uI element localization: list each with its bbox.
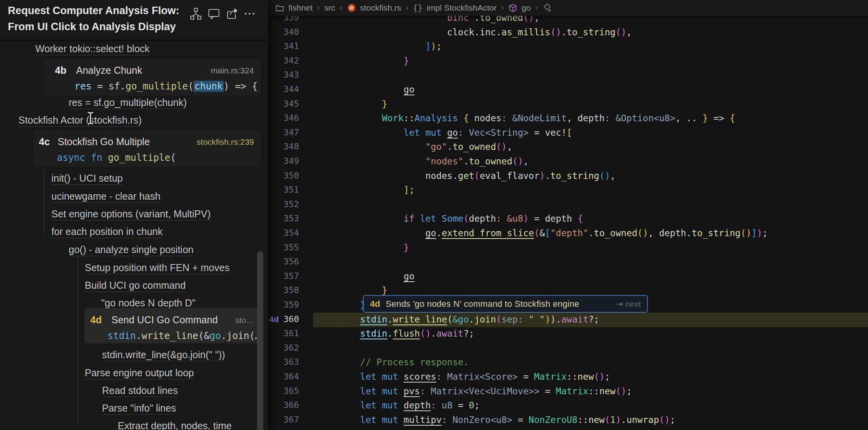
flow-step[interactable]: Parse engine output loop bbox=[85, 367, 194, 379]
line-number[interactable]: 349 bbox=[275, 156, 299, 166]
flow-step[interactable]: Setup position with FEN + moves bbox=[85, 262, 230, 273]
code-token: . bbox=[545, 171, 551, 181]
flow-step[interactable]: Build UCI go command bbox=[85, 280, 186, 291]
breadcrumb-separator: › bbox=[534, 3, 538, 13]
line-number[interactable]: 356 bbox=[275, 257, 299, 266]
file-reference[interactable]: main.rs:324 bbox=[211, 66, 254, 75]
code-token: Analysis bbox=[414, 113, 458, 123]
line-number[interactable]: 345 bbox=[275, 99, 299, 109]
code-token: . bbox=[621, 415, 627, 425]
breadcrumb-item[interactable]: src bbox=[324, 3, 335, 13]
line-number[interactable]: 354 bbox=[275, 228, 299, 238]
svg-text:R: R bbox=[350, 5, 354, 11]
code-token: depth bbox=[545, 213, 578, 224]
line-number[interactable]: 353 bbox=[275, 213, 299, 223]
method-icon bbox=[508, 3, 518, 13]
line-number[interactable]: 351 bbox=[275, 185, 299, 195]
flow-step[interactable]: for each position in chunk bbox=[51, 226, 163, 237]
code-token bbox=[398, 400, 404, 410]
code-token: stdin bbox=[360, 314, 387, 324]
code-token: () bbox=[496, 142, 507, 152]
line-number[interactable]: 358 bbox=[275, 285, 299, 295]
line-number[interactable]: 350 bbox=[275, 171, 299, 180]
code-token bbox=[398, 386, 404, 396]
code-token: () bbox=[420, 328, 431, 339]
flow-step-card-4c[interactable]: 4cStockfish Go Multiplestockfish.rs:239a… bbox=[33, 130, 261, 167]
flow-step[interactable]: "go nodes N depth D" bbox=[101, 297, 195, 309]
line-number[interactable]: 367 bbox=[275, 415, 299, 425]
flow-step[interactable]: ucinewgame - clear hash bbox=[51, 191, 160, 202]
line-number[interactable]: 361 bbox=[275, 328, 299, 338]
comment-icon[interactable] bbox=[206, 6, 221, 21]
share-icon[interactable] bbox=[224, 6, 239, 21]
code-token: . bbox=[447, 142, 452, 152]
code-text: // Process response. bbox=[317, 357, 469, 367]
line-number[interactable]: 343 bbox=[275, 70, 299, 80]
flow-step[interactable]: init() - UCI setup bbox=[51, 173, 123, 184]
line-number[interactable]: 364 bbox=[275, 372, 299, 381]
line-number[interactable]: 342 bbox=[275, 56, 299, 66]
flow-step-label: Stockfish Actor (stockfish.rs) bbox=[18, 115, 142, 126]
step-code: async fn go_multiple( bbox=[57, 152, 176, 163]
line-number[interactable]: 348 bbox=[275, 142, 299, 151]
code-token: :: bbox=[567, 372, 578, 382]
line-number[interactable]: 340 bbox=[275, 27, 299, 37]
code-text: let mut multipv: NonZero<u8> = NonZeroU8… bbox=[317, 415, 675, 425]
line-number[interactable]: 365 bbox=[275, 386, 299, 396]
tree-guide bbox=[43, 169, 44, 235]
code-token: flush bbox=[393, 328, 420, 339]
file-reference[interactable]: sto... bbox=[235, 315, 253, 325]
line-number[interactable]: 347 bbox=[275, 128, 299, 137]
flow-step[interactable]: stdin.write_line(&go.join(" ")) bbox=[102, 349, 225, 361]
code-token: ( bbox=[474, 171, 480, 181]
line-number[interactable]: 355 bbox=[275, 242, 299, 252]
line-number[interactable]: 344 bbox=[275, 84, 299, 94]
annotation-tooltip: 4d Sends 'go nodes N' command to Stockfi… bbox=[363, 295, 648, 313]
line-number[interactable]: 341 bbox=[275, 41, 299, 51]
line-number[interactable]: 346 bbox=[275, 113, 299, 123]
breadcrumb-item[interactable]: stockfish.rs bbox=[360, 3, 401, 13]
code-token bbox=[376, 372, 382, 382]
code-text: go.extend_from_slice(&["depth".to_owned(… bbox=[317, 228, 768, 238]
line-number[interactable]: 363 bbox=[275, 357, 299, 367]
hierarchy-icon[interactable] bbox=[188, 6, 203, 21]
line-number[interactable]: 360 bbox=[275, 314, 299, 324]
flow-step[interactable]: Set engine options (variant, MultiPV) bbox=[51, 208, 211, 220]
code-token: &go bbox=[452, 314, 469, 324]
line-number[interactable]: 359 bbox=[275, 300, 299, 310]
line-number[interactable]: 357 bbox=[275, 271, 299, 281]
code-token: = bbox=[529, 128, 545, 138]
code-token: ) bbox=[551, 314, 556, 324]
code-token bbox=[376, 415, 382, 425]
panel-scrollbar[interactable] bbox=[257, 251, 263, 430]
analysis-flow-panel: Request Computer Analysis Flow: From UI … bbox=[0, 0, 268, 430]
code-token: . bbox=[556, 314, 561, 324]
code-token: : Matrix<Vec<UciMove>> bbox=[420, 386, 540, 396]
code-token: to_string bbox=[567, 27, 616, 37]
line-number[interactable]: 362 bbox=[275, 343, 299, 353]
flow-step[interactable]: go() - analyze single position bbox=[69, 244, 193, 255]
file-reference[interactable]: stockfish.rs:239 bbox=[197, 137, 254, 147]
flow-step[interactable]: Stockfish Actor (stockfish.rs) bbox=[18, 115, 142, 126]
line-number[interactable]: 352 bbox=[275, 199, 299, 209]
line-number[interactable]: 366 bbox=[275, 400, 299, 410]
breadcrumb-item[interactable]: go bbox=[522, 3, 531, 13]
next-button[interactable]: ⇥ next bbox=[616, 299, 641, 309]
flow-step-card-4b[interactable]: 4bAnalyze Chunkmain.rs:324res = sf.go_mu… bbox=[44, 59, 261, 96]
flow-step[interactable]: Worker tokio::select! block bbox=[35, 43, 150, 55]
code-token: :: bbox=[588, 386, 599, 396]
flow-step-card-4d[interactable]: 4dSend UCI Go Commandsto...stdin.write_l… bbox=[84, 308, 261, 343]
breadcrumb-item[interactable]: fishnet bbox=[288, 3, 313, 13]
code-token: [ bbox=[545, 228, 551, 238]
flow-step[interactable]: Extract depth, nodes, time bbox=[118, 420, 232, 430]
code-text: clock.inc.as_millis().to_string(), bbox=[317, 27, 632, 37]
flow-step[interactable]: Parse "info" lines bbox=[102, 403, 176, 414]
code-token: to_owned bbox=[469, 156, 512, 166]
code-token: : &Option<u8> bbox=[605, 113, 675, 123]
code-token: ; bbox=[436, 41, 442, 51]
flow-step[interactable]: Read stdout lines bbox=[102, 385, 178, 396]
flow-step[interactable]: res = sf.go_multiple(chunk) bbox=[69, 97, 187, 108]
more-icon[interactable] bbox=[242, 6, 257, 21]
breadcrumb-item[interactable]: impl StockfishActor bbox=[427, 3, 497, 13]
code-token bbox=[458, 113, 463, 123]
